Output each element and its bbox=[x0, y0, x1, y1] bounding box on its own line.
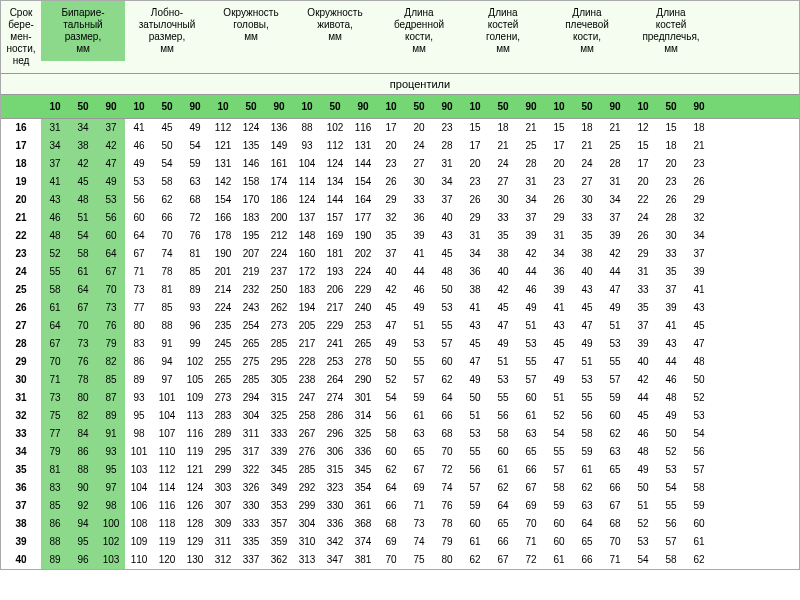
cell-value: 42 bbox=[69, 155, 97, 173]
percentile-header: 10 bbox=[545, 95, 573, 118]
cell-value: 89 bbox=[97, 407, 125, 425]
cell-group: 738087 bbox=[41, 389, 125, 407]
cell-value: 304 bbox=[293, 515, 321, 533]
cell-value: 33 bbox=[405, 191, 433, 209]
cell-value: 41 bbox=[125, 119, 153, 137]
cell-group: 424650 bbox=[629, 371, 713, 389]
cell-value: 57 bbox=[405, 371, 433, 389]
cell-group: 404448 bbox=[377, 263, 461, 281]
cell-value: 101 bbox=[125, 443, 153, 461]
cell-week: 34 bbox=[1, 443, 41, 461]
cell-value: 333 bbox=[237, 515, 265, 533]
cell-value: 95 bbox=[125, 407, 153, 425]
cell-value: 62 bbox=[489, 479, 517, 497]
table-row: 2764707680889623525427320522925347515543… bbox=[1, 317, 799, 335]
cell-group: 778593 bbox=[125, 299, 209, 317]
cell-value: 53 bbox=[433, 299, 461, 317]
cell-value: 34 bbox=[601, 191, 629, 209]
cell-week: 17 bbox=[1, 137, 41, 155]
cell-value: 323 bbox=[321, 479, 349, 497]
cell-value: 57 bbox=[433, 335, 461, 353]
cell-group: 289311333 bbox=[209, 425, 293, 443]
cell-value: 172 bbox=[293, 263, 321, 281]
cell-value: 72 bbox=[517, 551, 545, 569]
cell-value: 93 bbox=[125, 389, 153, 407]
cell-week: 25 bbox=[1, 281, 41, 299]
cell-value: 46 bbox=[629, 425, 657, 443]
cell-group: 525660 bbox=[545, 407, 629, 425]
cell-value: 20 bbox=[461, 155, 489, 173]
table-row: 3581889510311212129932234528531534562677… bbox=[1, 461, 799, 479]
cell-value: 47 bbox=[461, 353, 489, 371]
cell-value: 71 bbox=[405, 497, 433, 515]
cell-value: 38 bbox=[461, 281, 489, 299]
cell-value: 104 bbox=[125, 479, 153, 497]
cell-value: 59 bbox=[685, 497, 713, 515]
cell-group: 606468 bbox=[545, 515, 629, 533]
cell-value: 29 bbox=[545, 209, 573, 227]
cell-group: 545862 bbox=[545, 425, 629, 443]
cell-group: 205229253 bbox=[293, 317, 377, 335]
cell-value: 267 bbox=[293, 425, 321, 443]
cell-value: 154 bbox=[349, 173, 377, 191]
cell-value: 43 bbox=[685, 299, 713, 317]
cell-value: 27 bbox=[573, 173, 601, 191]
header-row: Срок бере-мен-ности,недБипарие-тальныйра… bbox=[1, 1, 799, 74]
cell-group: 525762 bbox=[377, 371, 461, 389]
cell-week: 35 bbox=[1, 461, 41, 479]
cell-value: 33 bbox=[629, 281, 657, 299]
cell-value: 181 bbox=[321, 245, 349, 263]
cell-group: 717885 bbox=[125, 263, 209, 281]
cell-value: 55 bbox=[657, 497, 685, 515]
cell-value: 110 bbox=[125, 551, 153, 569]
cell-value: 119 bbox=[153, 533, 181, 551]
cell-group: 839199 bbox=[125, 335, 209, 353]
cell-group: 267296325 bbox=[293, 425, 377, 443]
cell-value: 38 bbox=[489, 245, 517, 263]
cell-value: 307 bbox=[209, 497, 237, 515]
cell-value: 229 bbox=[321, 317, 349, 335]
percentile-band: процентили bbox=[1, 74, 799, 95]
cell-value: 50 bbox=[153, 137, 181, 155]
cell-value: 63 bbox=[601, 443, 629, 461]
cell-value: 70 bbox=[41, 353, 69, 371]
cell-value: 23 bbox=[461, 173, 489, 191]
cell-value: 29 bbox=[377, 191, 405, 209]
cell-value: 77 bbox=[125, 299, 153, 317]
cell-week: 20 bbox=[1, 191, 41, 209]
cell-value: 91 bbox=[97, 425, 125, 443]
cell-value: 116 bbox=[181, 425, 209, 443]
cell-value: 20 bbox=[377, 137, 405, 155]
cell-value: 120 bbox=[153, 551, 181, 569]
cell-value: 31 bbox=[461, 227, 489, 245]
cell-value: 353 bbox=[265, 497, 293, 515]
cell-value: 93 bbox=[181, 299, 209, 317]
cell-value: 62 bbox=[685, 551, 713, 569]
cell-value: 36 bbox=[461, 263, 489, 281]
cell-value: 126 bbox=[181, 497, 209, 515]
cell-value: 46 bbox=[405, 281, 433, 299]
cell-group: 647076 bbox=[125, 227, 209, 245]
cell-value: 60 bbox=[489, 443, 517, 461]
cell-value: 73 bbox=[405, 515, 433, 533]
cell-value: 49 bbox=[629, 461, 657, 479]
cell-group: 202428 bbox=[461, 155, 545, 173]
cell-value: 56 bbox=[685, 443, 713, 461]
percentile-group: 105090 bbox=[545, 95, 629, 118]
cell-value: 29 bbox=[629, 245, 657, 263]
cell-value: 183 bbox=[293, 281, 321, 299]
cell-group: 104124144 bbox=[293, 155, 377, 173]
cell-group: 343842 bbox=[461, 245, 545, 263]
cell-value: 45 bbox=[573, 299, 601, 317]
cell-group: 798693 bbox=[41, 443, 125, 461]
cell-value: 45 bbox=[69, 173, 97, 191]
cell-value: 313 bbox=[293, 551, 321, 569]
cell-group: 556065 bbox=[461, 443, 545, 461]
cell-value: 51 bbox=[629, 497, 657, 515]
cell-value: 254 bbox=[237, 317, 265, 335]
cell-value: 53 bbox=[629, 533, 657, 551]
cell-group: 697479 bbox=[377, 533, 461, 551]
cell-value: 21 bbox=[489, 137, 517, 155]
cell-value: 55 bbox=[41, 263, 69, 281]
cell-value: 45 bbox=[461, 335, 489, 353]
